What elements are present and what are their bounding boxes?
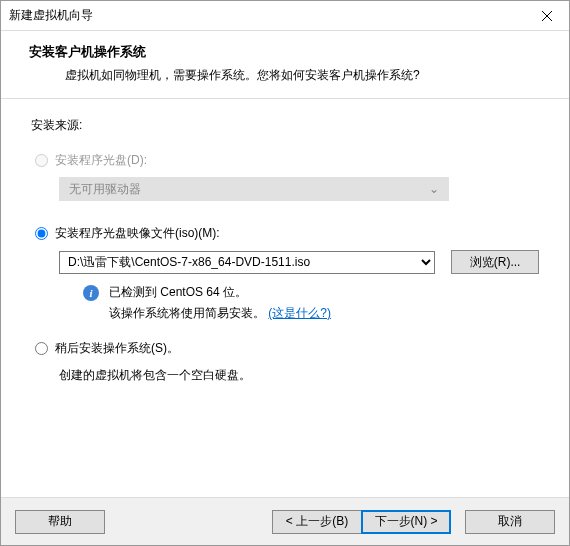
footer-right: < 上一步(B) 下一步(N) > 取消 xyxy=(272,510,555,534)
info-line-1: i 已检测到 CentOS 64 位。 xyxy=(83,284,539,301)
option-disc-row: 安装程序光盘(D): xyxy=(35,152,539,169)
radio-iso[interactable] xyxy=(35,227,48,240)
drive-dropdown: 无可用驱动器 ⌄ xyxy=(59,177,449,201)
chevron-down-icon: ⌄ xyxy=(429,182,439,196)
close-icon xyxy=(542,11,552,21)
option-iso-row: 安装程序光盘映像文件(iso)(M): xyxy=(35,225,539,242)
footer-left: 帮助 xyxy=(15,510,105,534)
detected-os-text: 已检测到 CentOS 64 位。 xyxy=(109,284,247,301)
option-later-row: 稍后安装操作系统(S)。 xyxy=(35,340,539,357)
radio-disc-label: 安装程序光盘(D): xyxy=(55,152,147,169)
back-button[interactable]: < 上一步(B) xyxy=(272,510,362,534)
drive-dropdown-text: 无可用驱动器 xyxy=(69,181,141,198)
window-title: 新建虚拟机向导 xyxy=(9,7,93,24)
next-button[interactable]: 下一步(N) > xyxy=(361,510,451,534)
header-description: 虚拟机如同物理机，需要操作系统。您将如何安装客户机操作系统? xyxy=(65,67,549,84)
iso-input-row: D:\迅雷下载\CentOS-7-x86_64-DVD-1511.iso 浏览(… xyxy=(59,250,539,274)
titlebar: 新建虚拟机向导 xyxy=(1,1,569,31)
close-button[interactable] xyxy=(524,1,569,30)
help-button[interactable]: 帮助 xyxy=(15,510,105,534)
radio-iso-label: 安装程序光盘映像文件(iso)(M): xyxy=(55,225,220,242)
radio-group: 安装程序光盘(D): 无可用驱动器 ⌄ 安装程序光盘映像文件(iso)(M): … xyxy=(35,152,539,384)
install-source-label: 安装来源: xyxy=(31,117,539,134)
info-icon: i xyxy=(83,285,99,301)
cancel-button[interactable]: 取消 xyxy=(465,510,555,534)
info-line-2: 该操作系统将使用简易安装。 (这是什么?) xyxy=(109,305,539,322)
wizard-footer: 帮助 < 上一步(B) 下一步(N) > 取消 xyxy=(1,497,569,545)
detection-info: i 已检测到 CentOS 64 位。 该操作系统将使用简易安装。 (这是什么?… xyxy=(83,284,539,322)
header-title: 安装客户机操作系统 xyxy=(29,43,549,61)
radio-disc[interactable] xyxy=(35,154,48,167)
radio-later[interactable] xyxy=(35,342,48,355)
easy-install-text: 该操作系统将使用简易安装。 xyxy=(109,306,265,320)
wizard-window: 新建虚拟机向导 安装客户机操作系统 虚拟机如同物理机，需要操作系统。您将如何安装… xyxy=(0,0,570,546)
later-note: 创建的虚拟机将包含一个空白硬盘。 xyxy=(59,367,539,384)
wizard-header: 安装客户机操作系统 虚拟机如同物理机，需要操作系统。您将如何安装客户机操作系统? xyxy=(1,31,569,99)
iso-path-select[interactable]: D:\迅雷下载\CentOS-7-x86_64-DVD-1511.iso xyxy=(59,251,435,274)
browse-button[interactable]: 浏览(R)... xyxy=(451,250,539,274)
what-is-this-link[interactable]: (这是什么?) xyxy=(268,306,331,320)
content-area: 安装来源: 安装程序光盘(D): 无可用驱动器 ⌄ 安装程序光盘映像文件(iso… xyxy=(1,99,569,497)
radio-later-label: 稍后安装操作系统(S)。 xyxy=(55,340,179,357)
